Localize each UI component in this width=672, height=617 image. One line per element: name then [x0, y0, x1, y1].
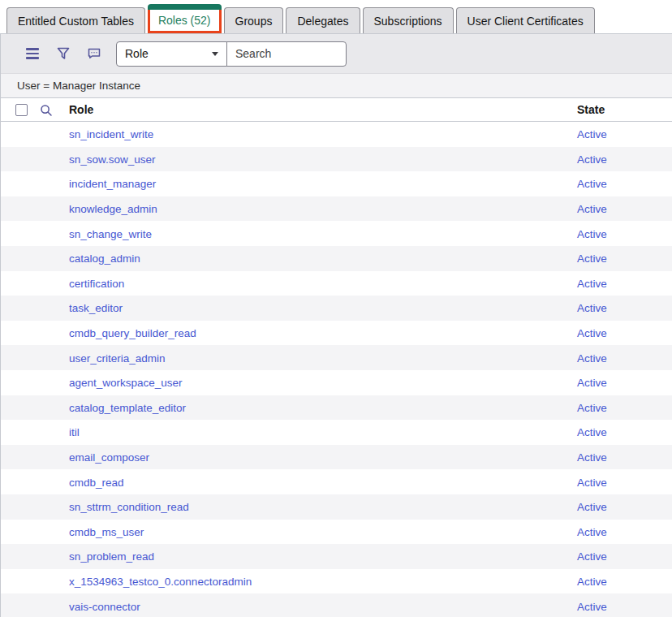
filter-icon — [56, 46, 71, 61]
state-link[interactable]: Active — [577, 227, 607, 239]
table-row: itilActive — [1, 420, 672, 445]
state-link[interactable]: Active — [577, 178, 607, 190]
table-row: catalog_adminActive — [1, 246, 672, 271]
tab-delegates[interactable]: Delegates — [286, 7, 360, 33]
role-link[interactable]: incident_manager — [69, 178, 156, 190]
table-row: user_criteria_adminActive — [1, 345, 672, 370]
tab-subscriptions[interactable]: Subscriptions — [363, 7, 454, 33]
tab-panel: Role User = Manager Instance Role State … — [0, 34, 672, 617]
table-row: vais-connectorActive — [1, 593, 672, 617]
select-all-checkbox[interactable] — [15, 104, 28, 116]
state-link[interactable]: Active — [577, 451, 607, 464]
table-row: x_1534963_testco_0.connectoradminActive — [1, 569, 672, 594]
list-header: Role State — [1, 98, 672, 122]
list-rows: sn_incident_writeActivesn_sow.sow_userAc… — [1, 122, 672, 617]
table-row: cmdb_readActive — [1, 469, 672, 494]
state-link[interactable]: Active — [577, 327, 607, 339]
tab-label: Entitled Custom Tables — [18, 15, 134, 28]
role-link[interactable]: knowledge_admin — [69, 203, 157, 215]
role-link[interactable]: catalog_admin — [69, 252, 140, 265]
comments-button[interactable] — [79, 41, 110, 67]
role-link[interactable]: sn_incident_write — [69, 128, 153, 140]
state-link[interactable]: Active — [577, 128, 607, 140]
search-icon[interactable] — [40, 104, 53, 117]
comments-icon — [87, 46, 101, 61]
role-link[interactable]: itil — [69, 426, 80, 438]
role-link[interactable]: sn_problem_read — [69, 550, 154, 563]
role-link[interactable]: task_editor — [69, 302, 123, 314]
state-link[interactable]: Active — [577, 277, 607, 289]
state-link[interactable]: Active — [577, 203, 607, 215]
tab-user-client-certificates[interactable]: User Client Certificates — [456, 7, 595, 33]
table-row: email_composerActive — [1, 445, 672, 470]
state-link[interactable]: Active — [577, 302, 607, 314]
role-link[interactable]: user_criteria_admin — [69, 352, 166, 364]
table-row: sn_sttrm_condition_readActive — [1, 494, 672, 520]
state-link[interactable]: Active — [577, 377, 607, 389]
tab-label: Groups — [235, 15, 273, 28]
list-toolbar: Role — [1, 34, 672, 74]
role-link[interactable]: sn_change_write — [69, 227, 152, 239]
role-link[interactable]: cmdb_ms_user — [69, 525, 144, 537]
state-link[interactable]: Active — [577, 352, 607, 364]
tab-groups[interactable]: Groups — [224, 7, 284, 33]
state-link[interactable]: Active — [577, 252, 607, 265]
search-field-dropdown-value: Role — [125, 47, 149, 60]
column-header-state[interactable]: State — [577, 103, 605, 116]
table-row: sn_incident_writeActive — [1, 122, 672, 147]
tab-roles-52[interactable]: Roles (52) — [148, 7, 222, 33]
role-link[interactable]: agent_workspace_user — [69, 377, 183, 389]
state-link[interactable]: Active — [577, 153, 607, 165]
table-row: task_editorActive — [1, 296, 672, 321]
role-link[interactable]: x_1534963_testco_0.connectoradmin — [69, 575, 252, 587]
tab-bar: Entitled Custom TablesRoles (52)GroupsDe… — [0, 0, 672, 34]
filter-breadcrumb-text: User = Manager Instance — [17, 80, 140, 92]
search-input[interactable] — [226, 41, 347, 67]
table-row: incident_managerActive — [1, 171, 672, 196]
state-link[interactable]: Active — [577, 476, 607, 488]
filter-breadcrumb[interactable]: User = Manager Instance — [1, 74, 672, 98]
menu-icon — [26, 48, 39, 59]
table-row: certificationActive — [1, 271, 672, 296]
state-link[interactable]: Active — [577, 426, 607, 438]
tab-label: Delegates — [297, 15, 348, 28]
role-link[interactable]: vais-connector — [69, 600, 140, 612]
state-link[interactable]: Active — [577, 525, 607, 537]
role-link[interactable]: certification — [69, 277, 124, 289]
table-row: cmdb_ms_userActive — [1, 520, 672, 545]
search-field-dropdown[interactable]: Role — [116, 41, 227, 67]
table-row: cmdb_query_builder_readActive — [1, 321, 672, 346]
column-header-role[interactable]: Role — [69, 103, 93, 116]
state-link[interactable]: Active — [577, 600, 607, 612]
role-link[interactable]: catalog_template_editor — [69, 401, 186, 413]
state-link[interactable]: Active — [577, 501, 607, 513]
table-row: knowledge_adminActive — [1, 196, 672, 222]
tab-label: Roles (52) — [158, 14, 211, 27]
caret-down-icon — [212, 52, 218, 56]
filter-button[interactable] — [48, 41, 79, 67]
menu-button[interactable] — [17, 41, 48, 67]
tab-label: Subscriptions — [374, 15, 442, 28]
table-row: agent_workspace_userActive — [1, 370, 672, 395]
state-link[interactable]: Active — [577, 550, 607, 563]
table-row: catalog_template_editorActive — [1, 395, 672, 421]
state-link[interactable]: Active — [577, 575, 607, 587]
table-row: sn_sow.sow_userActive — [1, 147, 672, 172]
role-link[interactable]: email_composer — [69, 451, 149, 464]
tab-label: User Client Certificates — [467, 15, 584, 28]
role-link[interactable]: sn_sow.sow_user — [69, 153, 156, 165]
tab-entitled-custom-tables[interactable]: Entitled Custom Tables — [6, 7, 145, 33]
active-tab-indicator — [148, 4, 222, 10]
table-row: sn_problem_readActive — [1, 544, 672, 569]
role-link[interactable]: cmdb_query_builder_read — [69, 327, 196, 339]
state-link[interactable]: Active — [577, 401, 607, 413]
role-link[interactable]: cmdb_read — [69, 476, 124, 488]
table-row: sn_change_writeActive — [1, 221, 672, 246]
role-link[interactable]: sn_sttrm_condition_read — [69, 501, 189, 513]
